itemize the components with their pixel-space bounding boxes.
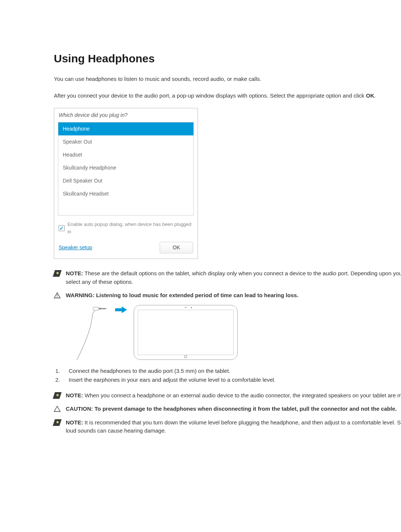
note-callout-1: NOTE: These are the default options on t… — [54, 269, 401, 286]
auto-popup-checkbox-label: Enable auto popup dialog, when device ha… — [68, 221, 193, 235]
note-icon — [53, 392, 62, 399]
speaker-setup-link[interactable]: Speaker setup — [59, 244, 92, 252]
warning-callout: WARNING: Listening to loud music for ext… — [54, 291, 401, 300]
device-option-skullcandy-headset[interactable]: Skullcandy Headset — [58, 187, 193, 200]
device-option-dell-speaker-out[interactable]: Dell Speaker Out — [58, 174, 193, 187]
intro-paragraph-1: You can use headphones to listen to musi… — [54, 75, 401, 83]
dialog-title: Which device did you plug in? — [54, 108, 198, 122]
instruction-steps: 1. Connect the headphones to the audio p… — [54, 367, 401, 385]
page-title: Using Headphones — [54, 50, 401, 67]
auto-popup-checkbox[interactable]: ✓ — [59, 225, 65, 231]
device-popup-dialog: Which device did you plug in? Headphone … — [54, 108, 198, 259]
step-2: 2. Insert the earphones in your ears and… — [55, 375, 401, 385]
note-callout-2: NOTE: When you connect a headphone or an… — [54, 391, 401, 400]
step-1: 1. Connect the headphones to the audio p… — [55, 367, 401, 376]
svg-rect-2 — [93, 307, 99, 310]
svg-rect-3 — [99, 308, 101, 309]
note-icon — [53, 270, 62, 277]
warning-icon — [54, 292, 61, 299]
note-icon — [53, 419, 62, 426]
intro-paragraph-2: After you connect your device to the aud… — [54, 92, 401, 100]
ok-button[interactable]: OK — [160, 242, 193, 253]
note-callout-3: NOTE: It is recommended that you turn do… — [54, 418, 401, 435]
device-option-skullcandy-headphone[interactable]: Skullcandy Headphone — [58, 161, 193, 174]
auto-popup-checkbox-row: ✓ Enable auto popup dialog, when device … — [54, 219, 198, 239]
caution-callout: CAUTION: To prevent damage to the headph… — [54, 405, 401, 413]
device-list: Headphone Speaker Out Headset Skullcandy… — [58, 122, 194, 216]
arrow-icon — [115, 306, 127, 313]
svg-rect-4 — [101, 308, 105, 309]
caution-icon — [54, 405, 61, 412]
headphone-connection-illustration — [76, 305, 273, 360]
device-option-headphone[interactable]: Headphone — [58, 122, 193, 135]
tablet-illustration — [134, 305, 238, 360]
device-option-speaker-out[interactable]: Speaker Out — [58, 135, 193, 148]
svg-point-1 — [57, 297, 58, 298]
device-option-headset[interactable]: Headset — [58, 148, 193, 161]
